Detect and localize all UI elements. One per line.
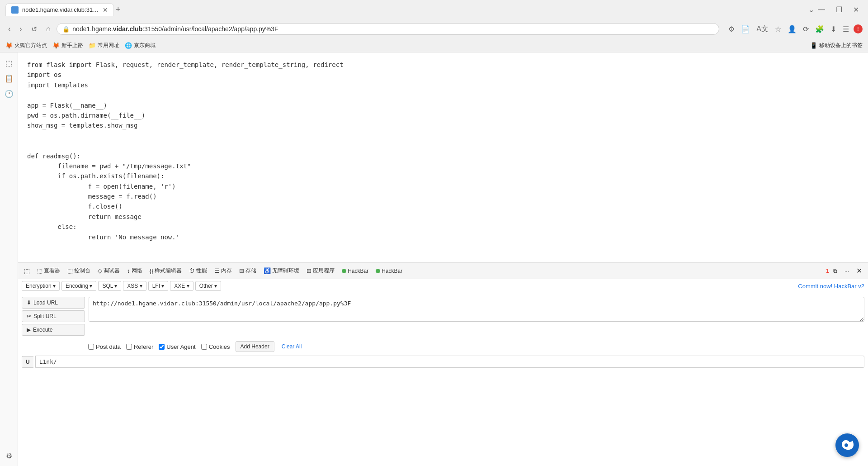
network-icon: ↕ [127, 267, 130, 274]
xss-dropdown[interactable]: XSS ▾ [123, 281, 146, 291]
xxe-dropdown[interactable]: XXE ▾ [170, 281, 193, 291]
perf-icon: ⏱ [189, 267, 195, 274]
address-input-wrap[interactable]: 🔒 node1.hgame.vidar.club:31550/admin/usr… [57, 23, 719, 35]
url-textarea[interactable] [89, 297, 864, 322]
window-controls: — ❐ ✕ [814, 4, 863, 16]
sidebar-clock-icon[interactable]: 🕐 [2, 87, 16, 100]
referer-checkbox-label[interactable]: Referer [126, 343, 153, 350]
commit-text: Commit now! HackBar v2 [798, 283, 864, 290]
tab-close-button[interactable]: ✕ [103, 6, 108, 14]
devtools-console-button[interactable]: ⬚ 控制台 [64, 266, 94, 276]
bookmark-newuser[interactable]: 🦊 新手上路 [52, 42, 83, 49]
bookmark-label: 常用网址 [98, 42, 119, 49]
devtools-perf-button[interactable]: ⏱ 性能 [186, 266, 210, 276]
post-data-checkbox-label[interactable]: Post data [88, 343, 121, 350]
devtools-storage-button[interactable]: ⊟ 存储 [236, 266, 259, 276]
address-text: node1.hgame.vidar.club:31550/admin/usr/l… [72, 25, 713, 33]
bookmarks-bar: 🦊 火狐官方站点 🦊 新手上路 📁 常用网址 🌐 京东商城 📱 移动设备上的书签 [0, 39, 868, 52]
bookmark-icon[interactable]: ☆ [773, 23, 783, 35]
bookmark-label: 京东商城 [134, 42, 156, 49]
encryption-dropdown[interactable]: Encryption ▾ [22, 281, 60, 291]
home-button[interactable]: ⌂ [43, 23, 53, 35]
mobile-icon: 📱 [810, 42, 817, 49]
devtools-style-button[interactable]: {} 样式编辑器 [146, 266, 185, 276]
sql-dropdown[interactable]: SQL ▾ [98, 281, 121, 291]
floating-action-button[interactable] [835, 433, 859, 457]
bookmark-label: 新手上路 [61, 42, 83, 49]
active-tab[interactable]: node1.hgame.vidar.club:31550/a ✕ [5, 3, 114, 16]
devtools-close-button[interactable]: ✕ [853, 265, 865, 276]
code-content: from flask import Flask, request, render… [27, 60, 859, 262]
customize-icon[interactable]: ☰ [841, 23, 851, 35]
bookmark-jd[interactable]: 🌐 京东商城 [125, 42, 156, 49]
link-input[interactable] [35, 356, 864, 368]
load-url-button[interactable]: ⬇ Load URL [22, 297, 85, 309]
extensions-icon[interactable]: ⚙ [726, 23, 736, 35]
new-tab-button[interactable]: + [116, 5, 121, 14]
devtools-a11y-button[interactable]: ♿ 无障碍环境 [260, 266, 302, 276]
browser-chrome: node1.hgame.vidar.club:31550/a ✕ + ⌄ — ❐… [0, 0, 868, 52]
console-icon: ⬚ [67, 267, 73, 274]
reload-button[interactable]: ↺ [28, 23, 40, 35]
hackbar-panel: Encryption ▾ Encoding ▾ SQL ▾ XSS ▾ LFI … [18, 279, 868, 466]
maximize-button[interactable]: ❐ [832, 4, 846, 16]
devtools-panel: ⬚ ⬚ 查看器 ⬚ 控制台 ◇ 调试器 ↕ 网络 {} 样式编辑器 ⏱ 性能 ☰… [18, 262, 868, 466]
devtools-app-button[interactable]: ⊞ 应用程序 [303, 266, 338, 276]
devtools-hackbar1-button[interactable]: HackBar [339, 266, 372, 276]
post-data-checkbox[interactable] [88, 344, 94, 350]
toolbar-icons: ⚙ 📄 A文 ☆ 👤 ⟳ 🧩 ⬇ ☰ ! [726, 23, 863, 36]
close-button[interactable]: ✕ [849, 4, 863, 16]
execute-button[interactable]: ▶ Execute [22, 324, 85, 336]
add-header-button[interactable]: Add Header [236, 341, 274, 352]
storage-icon: ⊟ [239, 267, 244, 274]
minimize-button[interactable]: — [814, 4, 829, 16]
split-url-button[interactable]: ✂ Split URL [22, 310, 85, 322]
sync-icon[interactable]: ⟳ [801, 23, 811, 35]
folder-icon: 📁 [89, 42, 96, 49]
devtools-more-button[interactable]: ··· [841, 266, 852, 276]
devtools-error-count: 1 [826, 268, 829, 274]
devtools-resize-button[interactable]: ⧉ [830, 266, 840, 276]
tab-favicon [11, 6, 19, 14]
bookmark-common[interactable]: 📁 常用网址 [89, 42, 119, 49]
sidebar-history-icon[interactable]: 📋 [2, 71, 16, 85]
profile-icon[interactable]: 👤 [786, 23, 798, 35]
translate-icon[interactable]: A文 [755, 23, 770, 36]
clear-all-button[interactable]: Clear All [280, 342, 304, 352]
sidebar-nav-icon[interactable]: ⬚ [2, 56, 16, 70]
cookies-checkbox[interactable] [201, 344, 207, 350]
cookies-checkbox-label[interactable]: Cookies [201, 343, 230, 350]
bookmark-label: 移动设备上的书签 [819, 42, 863, 49]
viewer-icon: ⬚ [37, 267, 42, 274]
user-agent-checkbox[interactable] [159, 344, 165, 350]
tab-list-dropdown[interactable]: ⌄ [808, 5, 814, 14]
extensions2-icon[interactable]: 🧩 [813, 23, 826, 35]
encoding-dropdown[interactable]: Encoding ▾ [61, 281, 96, 291]
devtools-hackbar2-button[interactable]: HackBar [373, 266, 406, 276]
execute-icon: ▶ [27, 327, 31, 333]
reader-mode-icon[interactable]: 📄 [739, 23, 752, 35]
devtools-debugger-button[interactable]: ◇ 调试器 [94, 266, 123, 276]
memory-icon: ☰ [214, 267, 220, 274]
devtools-memory-button[interactable]: ☰ 内存 [211, 266, 235, 276]
devtools-inspector-icon[interactable]: ⬚ [21, 266, 33, 276]
user-agent-checkbox-label[interactable]: User Agent [159, 343, 195, 350]
split-url-icon: ✂ [27, 313, 31, 319]
devtools-network-button[interactable]: ↕ 网络 [124, 266, 146, 276]
other-dropdown[interactable]: Other ▾ [195, 281, 221, 291]
style-icon: {} [150, 267, 154, 274]
download-icon[interactable]: ⬇ [829, 23, 838, 35]
hackbar1-dot-icon [342, 269, 346, 273]
bookmark-label: 火狐官方站点 [14, 42, 47, 49]
devtools-viewer-button[interactable]: ⬚ 查看器 [34, 266, 63, 276]
referer-checkbox[interactable] [126, 344, 132, 350]
forward-button[interactable]: › [17, 23, 24, 35]
back-button[interactable]: ‹ [5, 23, 13, 35]
sidebar-settings-icon[interactable]: ⚙ [2, 449, 16, 462]
lfi-dropdown[interactable]: LFI ▾ [148, 281, 169, 291]
bookmark-mobile[interactable]: 📱 移动设备上的书签 [810, 42, 863, 49]
load-url-icon: ⬇ [27, 300, 31, 306]
hackbar-top: Encryption ▾ Encoding ▾ SQL ▾ XSS ▾ LFI … [18, 279, 868, 293]
bookmark-firefox[interactable]: 🦊 火狐官方站点 [5, 42, 47, 49]
tab-bar: node1.hgame.vidar.club:31550/a ✕ + [5, 3, 808, 16]
